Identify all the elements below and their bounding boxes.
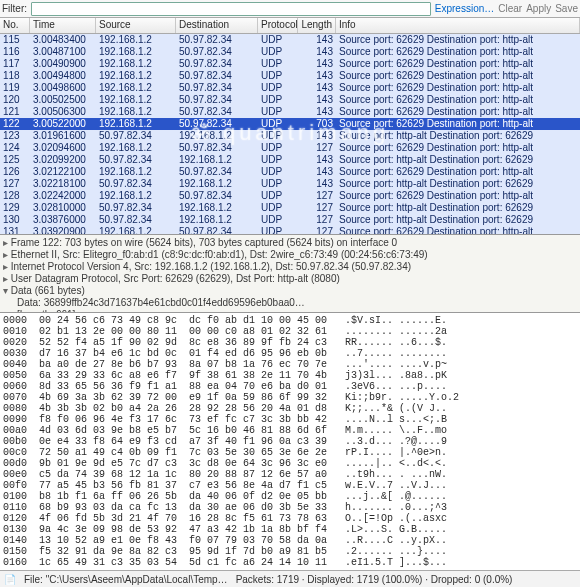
detail-ip[interactable]: Internet Protocol Version 4, Src: 192.16…	[3, 261, 577, 273]
packet-row[interactable]: 1203.00502500192.168.1.250.97.82.34UDP14…	[0, 94, 580, 106]
col-source[interactable]: Source	[96, 18, 176, 33]
status-bar: 📄 File: "C:\Users\Aseem\AppData\Local\Te…	[0, 570, 580, 587]
apply-link[interactable]: Apply	[526, 3, 551, 14]
packet-row[interactable]: 1313.03920900192.168.1.250.97.82.34UDP12…	[0, 226, 580, 234]
hex-pane[interactable]: 0000 00 24 56 c6 73 49 c8 9c dc f0 ab d1…	[0, 312, 580, 568]
packet-row[interactable]: 1223.00522000192.168.1.250.97.82.34UDP70…	[0, 118, 580, 130]
clear-link[interactable]: Clear	[498, 3, 522, 14]
detail-frame[interactable]: Frame 122: 703 bytes on wire (5624 bits)…	[3, 237, 577, 249]
save-link[interactable]: Save	[555, 3, 578, 14]
detail-data-hex[interactable]: Data: 36899ffb24c3d71637b4e61cbd0c01f4ed…	[3, 297, 577, 309]
col-time[interactable]: Time	[30, 18, 96, 33]
file-icon: 📄	[4, 573, 16, 585]
filter-bar: Filter: Expression… Clear Apply Save	[0, 0, 580, 18]
packet-row[interactable]: 1173.00490900192.168.1.250.97.82.34UDP14…	[0, 58, 580, 70]
packet-row[interactable]: 1253.0209920050.97.82.34192.168.1.2UDP14…	[0, 154, 580, 166]
filter-input[interactable]	[31, 2, 431, 16]
packet-row[interactable]: 1303.0387600050.97.82.34192.168.1.2UDP12…	[0, 214, 580, 226]
col-protocol[interactable]: Protocol	[258, 18, 298, 33]
column-headers[interactable]: No. Time Source Destination Protocol Len…	[0, 18, 580, 34]
packet-row[interactable]: 1183.00494800192.168.1.250.97.82.34UDP14…	[0, 70, 580, 82]
status-stats: Packets: 1719 · Displayed: 1719 (100.0%)…	[236, 574, 513, 585]
col-no[interactable]: No.	[0, 18, 30, 33]
col-length[interactable]: Length	[298, 18, 336, 33]
packet-list[interactable]: 1153.00483400192.168.1.250.97.82.34UDP14…	[0, 34, 580, 234]
detail-eth[interactable]: Ethernet II, Src: Elitegro_f0:ab:d1 (c8:…	[3, 249, 577, 261]
details-pane[interactable]: Frame 122: 703 bytes on wire (5624 bits)…	[0, 234, 580, 312]
detail-data[interactable]: Data (661 bytes)	[3, 285, 577, 297]
packet-row[interactable]: 1163.00487100192.168.1.250.97.82.34UDP14…	[0, 46, 580, 58]
col-destination[interactable]: Destination	[176, 18, 258, 33]
packet-row[interactable]: 1293.0281000050.97.82.34192.168.1.2UDP12…	[0, 202, 580, 214]
packet-row[interactable]: 1233.0196160050.97.82.34192.168.1.2UDP14…	[0, 130, 580, 142]
expression-link[interactable]: Expression…	[435, 3, 494, 14]
packet-row[interactable]: 1263.02122100192.168.1.250.97.82.34UDP14…	[0, 166, 580, 178]
packet-row[interactable]: 1213.00506300192.168.1.250.97.82.34UDP14…	[0, 106, 580, 118]
packet-row[interactable]: 1243.02094600192.168.1.250.97.82.34UDP12…	[0, 142, 580, 154]
filter-label: Filter:	[2, 3, 27, 14]
status-file: File: "C:\Users\Aseem\AppData\Local\Temp…	[24, 574, 228, 585]
packet-row[interactable]: 1153.00483400192.168.1.250.97.82.34UDP14…	[0, 34, 580, 46]
packet-row[interactable]: 1193.00498600192.168.1.250.97.82.34UDP14…	[0, 82, 580, 94]
col-info[interactable]: Info	[336, 18, 580, 33]
packet-row[interactable]: 1283.02242000192.168.1.250.97.82.34UDP12…	[0, 190, 580, 202]
packet-row[interactable]: 1273.0221810050.97.82.34192.168.1.2UDP14…	[0, 178, 580, 190]
detail-udp[interactable]: User Datagram Protocol, Src Port: 62629 …	[3, 273, 577, 285]
